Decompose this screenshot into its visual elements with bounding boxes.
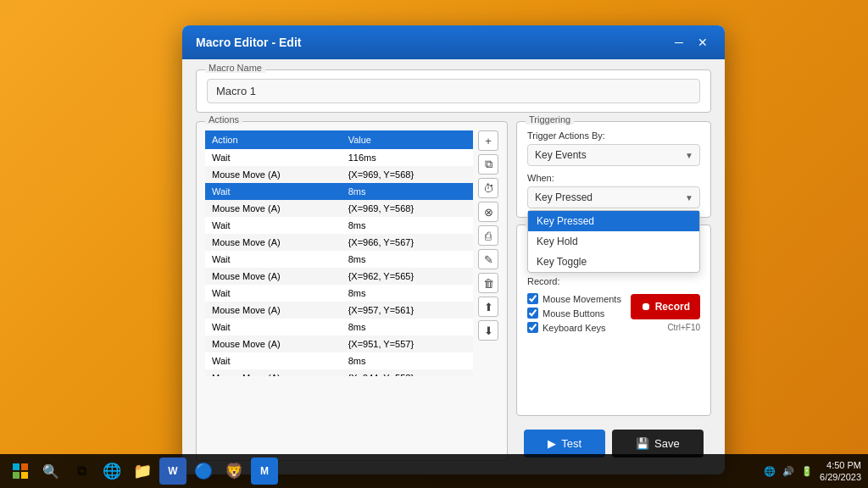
svg-rect-2 [13,472,19,479]
taskbar-word-icon[interactable]: W [159,458,186,485]
action-cell: Wait [205,352,342,369]
dialog-title: Macro Editor - Edit [196,36,301,49]
record-icon: ⏺ [641,301,651,313]
table-row[interactable]: Wait8ms [205,183,473,200]
remove-action-button[interactable]: ⊗ [478,202,498,222]
value-cell: 8ms [342,352,473,369]
value-cell: 8ms [342,285,473,302]
when-select[interactable]: Key Pressed Key Hold Key Toggle [527,186,700,208]
delay-action-button[interactable]: ⏱ [478,178,498,198]
value-cell: {X=944, Y=553} [342,369,473,376]
ctrl-hint: Ctrl+F10 [631,323,700,332]
table-scroll[interactable]: Action Value Wait116msMouse Move (A){X=9… [205,130,473,376]
taskbar-volume-icon: 🔊 [782,466,794,477]
taskbar-folder-icon[interactable]: 📁 [129,458,156,485]
taskbar-brave-icon[interactable]: 🦁 [220,458,248,485]
table-row[interactable]: Mouse Move (A){X=969, Y=568} [205,166,473,183]
value-cell: {X=969, Y=568} [342,200,473,217]
table-row[interactable]: Mouse Move (A){X=951, Y=557} [205,336,473,352]
record-row: Mouse Movements Mouse Buttons Keyboard K… [527,293,700,333]
action-cell: Mouse Move (A) [205,166,342,183]
checkbox-mouse-movements[interactable]: Mouse Movements [527,293,621,304]
dialog-controls: ─ ✕ [670,34,711,51]
actions-table-container: Action Value Wait116msMouse Move (A){X=9… [205,130,473,452]
taskbar-clock: 4:50 PM 6/29/2023 [820,459,861,484]
value-cell: {X=962, Y=565} [342,268,473,285]
action-cell: Wait [205,183,342,200]
record-checkboxes: Mouse Movements Mouse Buttons Keyboard K… [527,293,621,333]
keyboard-keys-checkbox[interactable] [527,322,538,333]
minimize-button[interactable]: ─ [670,34,687,51]
value-cell: 8ms [342,319,473,336]
value-cell: 8ms [342,217,473,234]
action-cell: Wait [205,217,342,234]
mouse-buttons-checkbox[interactable] [527,308,538,319]
taskbar-edge-icon[interactable]: 🌐 [98,458,125,485]
action-cell: Wait [205,149,342,166]
action-cell: Wait [205,251,342,268]
table-row[interactable]: Wait8ms [205,352,473,369]
table-row[interactable]: Mouse Move (A){X=962, Y=565} [205,268,473,285]
move-down-button[interactable]: ⬇ [478,320,498,341]
table-row[interactable]: Mouse Move (A){X=969, Y=568} [205,200,473,217]
dropdown-key-hold[interactable]: Key Hold [528,231,699,252]
value-cell: {X=966, Y=567} [342,234,473,251]
checkbox-mouse-buttons[interactable]: Mouse Buttons [527,308,621,319]
record-button[interactable]: ⏺ Record [631,294,700,319]
table-row[interactable]: Mouse Move (A){X=944, Y=553} [205,369,473,376]
value-cell: 8ms [342,183,473,200]
mouse-movements-checkbox[interactable] [527,293,538,304]
value-cell: 8ms [342,251,473,268]
start-button[interactable] [7,458,34,485]
right-panel: Triggering Trigger Actions By: Key Event… [516,121,711,461]
move-up-button[interactable]: ⬆ [478,297,498,317]
taskbar-network-icon: 🌐 [764,466,776,477]
save-icon: 💾 [636,437,649,450]
macro-name-input[interactable] [207,79,700,103]
when-label: When: [527,173,700,183]
table-row[interactable]: Wait8ms [205,319,473,336]
action-cell: Mouse Move (A) [205,268,342,285]
dropdown-key-toggle[interactable]: Key Toggle [528,252,699,272]
action-cell: Mouse Move (A) [205,234,342,251]
trigger-by-wrapper: Key Events Mouse Events Window Events ▼ [527,144,700,166]
taskbar-app-icon[interactable]: M [251,458,278,485]
trigger-by-select[interactable]: Key Events Mouse Events Window Events [527,144,700,166]
edit-action-button[interactable]: ✎ [478,249,498,269]
taskbar-task-view-icon[interactable]: ⧉ [68,458,95,485]
action-cell: Mouse Move (A) [205,200,342,217]
add-action-button[interactable]: + [478,130,498,151]
table-row[interactable]: Mouse Move (A){X=966, Y=567} [205,234,473,251]
test-label: Test [561,437,581,450]
svg-rect-1 [21,463,28,470]
close-button[interactable]: ✕ [694,34,711,51]
delete-action-button[interactable]: 🗑 [478,273,498,293]
taskbar-search-icon[interactable]: 🔍 [37,458,64,485]
taskbar-chrome-icon[interactable]: 🔵 [190,458,217,485]
record-btn-label: Record [655,301,690,313]
checkbox-keyboard-keys[interactable]: Keyboard Keys [527,322,621,333]
table-row[interactable]: Wait8ms [205,217,473,234]
copy-action-button[interactable]: ⧉ [478,154,498,175]
actions-table: Action Value Wait116msMouse Move (A){X=9… [205,130,473,376]
table-row[interactable]: Wait8ms [205,251,473,268]
taskbar-right: 🌐 🔊 🔋 4:50 PM 6/29/2023 [764,459,861,484]
taskbar-date-display: 6/29/2023 [820,471,861,483]
action-cell: Wait [205,285,342,302]
record-btn-wrapper: ⏺ Record Ctrl+F10 [631,294,700,332]
test-icon: ▶ [548,437,556,450]
dialog-body: Macro Name Actions Action Valu [182,59,725,471]
action-cell: Wait [205,319,342,336]
table-row[interactable]: Wait8ms [205,285,473,302]
triggering-label: Triggering [526,114,574,125]
action-cell: Mouse Move (A) [205,336,342,352]
table-row[interactable]: Mouse Move (A){X=957, Y=561} [205,302,473,319]
when-wrapper: Key Pressed Key Hold Key Toggle ▼ Key Pr… [527,186,700,208]
table-row[interactable]: Wait116ms [205,149,473,166]
trigger-by-label: Trigger Actions By: [527,130,700,141]
mouse-buttons-label: Mouse Buttons [542,308,604,319]
actions-label: Actions [205,114,242,125]
export-action-button[interactable]: ⎙ [478,225,498,246]
dropdown-key-pressed[interactable]: Key Pressed [528,211,699,231]
svg-rect-3 [21,472,28,479]
